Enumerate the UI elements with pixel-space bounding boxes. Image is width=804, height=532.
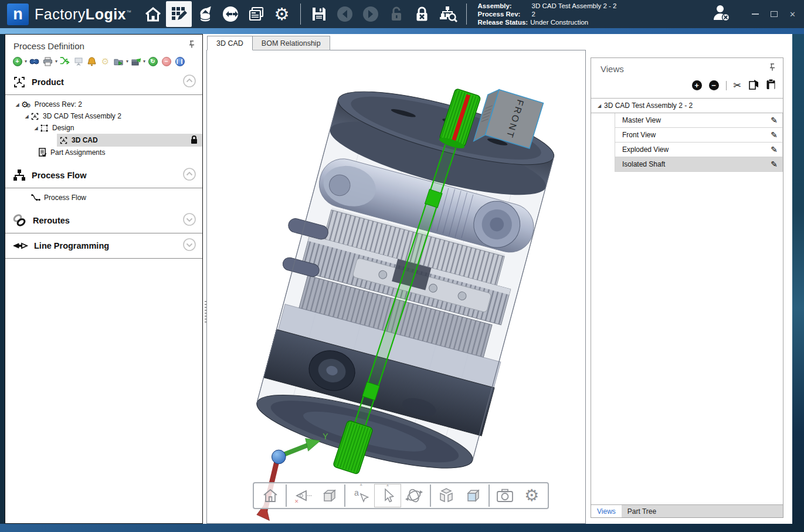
presentation-icon[interactable] (73, 56, 83, 66)
section-label: Process Flow (32, 171, 86, 180)
design-grid-pencil-icon[interactable] (166, 1, 192, 27)
camera-icon[interactable] (492, 484, 518, 507)
save-icon[interactable] (306, 1, 332, 27)
views-root-item[interactable]: ◢ 3D CAD Test Assembly 2 - 2 (591, 98, 783, 113)
logo-letter: n (13, 6, 23, 22)
expander-icon[interactable]: ◢ (32, 126, 40, 131)
print-dropdown-caret[interactable]: ▾ (55, 59, 57, 64)
cut-icon[interactable]: ✂ (734, 80, 741, 91)
remove-icon[interactable]: – (161, 56, 171, 66)
edit-pencil-icon[interactable]: ✎ (771, 116, 778, 125)
flow-path-icon (31, 194, 40, 202)
settings-gear-icon[interactable]: ⚙ (518, 484, 545, 507)
home-view-icon[interactable] (257, 484, 283, 507)
process-definition-toolbar: + ▾ ▾ ⚙ (5, 52, 202, 70)
section-label: Reroutes (33, 216, 70, 225)
add-dropdown-caret[interactable]: ▾ (25, 59, 27, 64)
expander-icon[interactable]: ◢ (13, 102, 21, 107)
expand-down-button[interactable] (182, 238, 196, 254)
view-item-isolated-shaft-selected[interactable]: Isolated Shaft ✎ (615, 157, 783, 172)
edit-pencil-icon[interactable]: ✎ (771, 145, 778, 154)
tab-views[interactable]: Views (591, 505, 622, 517)
tab-3d-cad[interactable]: 3D CAD (207, 36, 253, 50)
collapse-up-button[interactable] (182, 74, 196, 90)
home-icon[interactable] (140, 1, 166, 27)
edit-pencil-icon[interactable]: ✎ (771, 160, 778, 169)
section-line-programming[interactable]: Line Programming (5, 233, 202, 259)
collapse-up-button[interactable] (182, 167, 196, 184)
copy-icon[interactable] (748, 79, 759, 92)
view-item-exploded[interactable]: Exploded View ✎ (615, 143, 783, 157)
flow-search-icon[interactable] (435, 1, 461, 27)
label-select-icon[interactable]: ▲ a (348, 484, 374, 507)
cube-display-icon[interactable] (316, 484, 342, 507)
maximize-button[interactable] (771, 11, 778, 17)
export-dropdown-caret[interactable]: ▾ (126, 59, 128, 64)
forms-icon[interactable] (243, 1, 269, 27)
views-panel-title: Views (601, 64, 624, 74)
cad-viewport[interactable]: FRONT Y (206, 50, 586, 524)
view-item-master[interactable]: Master View ✎ (615, 113, 783, 128)
back-icon[interactable] (332, 1, 358, 27)
section-reroutes[interactable]: Reroutes (5, 208, 202, 233)
content-area: Process Definition + ▾ ▾ (5, 34, 792, 524)
tree-item-process-rev[interactable]: ◢ ⚙⚙ Process Rev: 2 (13, 99, 202, 110)
tree-item-3d-cad-selected[interactable]: 3D CAD (57, 134, 202, 147)
tree-item-design[interactable]: ◢ Design (13, 122, 202, 134)
brand-name: FactoryLogix™ (35, 6, 132, 23)
edit-pencil-icon[interactable]: ✎ (771, 130, 778, 140)
publish-icon[interactable] (131, 56, 141, 66)
expander-icon[interactable]: ◢ (595, 103, 604, 109)
process-definition-panel: Process Definition + ▾ ▾ (5, 34, 203, 524)
window-frame-bottom (0, 524, 804, 532)
tree-item-process-flow[interactable]: Process Flow (31, 192, 202, 204)
find-icon[interactable] (29, 56, 39, 66)
view-item-front[interactable]: Front View ✎ (615, 128, 783, 143)
paste-icon[interactable] (766, 79, 776, 92)
section-process-flow[interactable]: Process Flow (5, 163, 202, 188)
print-icon[interactable] (43, 56, 53, 66)
pin-icon[interactable] (188, 40, 195, 51)
forward-icon[interactable] (358, 1, 384, 27)
unlock-icon[interactable] (384, 1, 409, 27)
tree-item-part-assignments[interactable]: Part Assignments (38, 147, 202, 158)
pointer-select-icon[interactable]: ▲ (374, 484, 401, 507)
cad-cube-icon (59, 136, 68, 145)
start-icon[interactable]: ↻ (148, 56, 158, 66)
lock-x-icon[interactable] (409, 1, 435, 27)
sync-icon[interactable] (218, 1, 243, 27)
tab-part-tree[interactable]: Part Tree (622, 505, 662, 517)
gear-pale-icon[interactable]: ⚙ (100, 56, 110, 66)
view-direction-icon[interactable]: ✕ (289, 484, 316, 507)
section-view-icon[interactable] (460, 484, 486, 507)
part-assignments-icon (38, 148, 47, 157)
add-view-icon[interactable]: + (692, 80, 702, 90)
expander-icon[interactable]: ◢ (23, 114, 30, 119)
label-select-letter: a (354, 488, 359, 497)
tab-bom-relationship[interactable]: BOM Relationship (253, 36, 330, 50)
release-status-value: Under Construction (530, 18, 588, 26)
export-icon[interactable] (114, 56, 124, 66)
shuffle-icon[interactable] (60, 56, 70, 66)
toolbar-separator (466, 4, 467, 25)
expand-down-button[interactable] (182, 212, 196, 229)
explode-view-icon[interactable] (433, 484, 460, 507)
toolbar-separator (726, 81, 727, 90)
section-product[interactable]: Product (5, 70, 202, 95)
gear-icon[interactable]: ⚙ (269, 1, 295, 27)
views-panel: Views + − ✂ (591, 57, 783, 518)
bell-icon[interactable] (87, 56, 97, 66)
database-import-icon[interactable] (192, 1, 218, 27)
minimize-button[interactable] (752, 13, 759, 15)
line-programming-icon (12, 240, 29, 252)
assembly-value: 3D CAD Test Assembly 2 - 2 (532, 2, 617, 10)
close-button[interactable]: ✕ (789, 11, 796, 18)
user-logoff-icon[interactable] (712, 4, 732, 25)
remove-view-icon[interactable]: − (709, 80, 719, 90)
add-icon[interactable]: + (12, 56, 22, 66)
orbit-icon[interactable] (401, 484, 428, 507)
publish-dropdown-caret[interactable]: ▾ (143, 59, 145, 64)
pause-icon[interactable]: ❙❙ (175, 56, 185, 66)
pin-icon[interactable] (769, 63, 776, 74)
tree-item-assembly[interactable]: ◢ 3D CAD Test Assembly 2 (13, 110, 202, 122)
